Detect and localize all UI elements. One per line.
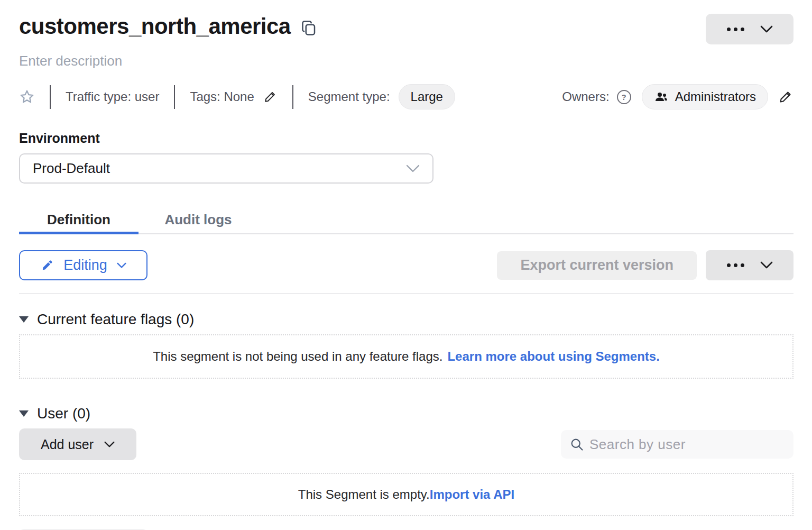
chevron-down-icon [117, 262, 126, 269]
divider [174, 85, 175, 109]
collapse-triangle-icon [19, 316, 29, 323]
user-search-box [561, 430, 793, 459]
traffic-type-label: Traffic type: user [66, 89, 159, 104]
environment-select[interactable]: Prod-Default [19, 153, 433, 184]
environment-block: Environment Prod-Default [19, 131, 793, 184]
edit-tags-pencil-icon[interactable] [263, 89, 278, 104]
owners-help-icon[interactable]: ? [617, 90, 631, 104]
people-icon [654, 90, 669, 103]
user-section-title: User (0) [37, 405, 90, 422]
segment-empty-state: This Segment is empty. Import via API [19, 473, 793, 516]
segment-empty-text: This Segment is empty. [298, 487, 430, 502]
feature-flags-empty-text: This segment is not being used in any fe… [153, 349, 442, 364]
learn-more-link[interactable]: Learn more about using Segments. [447, 349, 659, 364]
edit-owners-pencil-icon[interactable] [778, 89, 793, 105]
chevron-down-icon [760, 261, 773, 269]
environment-selected-value: Prod-Default [33, 160, 110, 177]
owners-group: Owners: ? Administrators [562, 84, 793, 109]
header-more-button[interactable] [706, 14, 793, 44]
search-icon [569, 437, 584, 452]
editing-label: Editing [63, 257, 107, 273]
toolbar: Editing Export current version [19, 250, 793, 280]
toolbar-more-button[interactable] [706, 250, 793, 280]
tab-bar: Definition Audit logs [19, 206, 793, 234]
export-current-version-button[interactable]: Export current version [497, 251, 697, 280]
tab-definition[interactable]: Definition [19, 206, 139, 233]
feature-flags-empty-state: This segment is not being used in any fe… [19, 334, 793, 379]
chevron-down-icon [104, 441, 115, 448]
pencil-icon [40, 259, 54, 272]
chevron-down-icon [760, 25, 773, 33]
import-via-api-link[interactable]: Import via API [430, 487, 514, 502]
environment-label: Environment [19, 131, 793, 146]
user-controls-row: Add user [19, 428, 793, 460]
segment-detail-page: customers_north_america Enter descriptio… [0, 0, 812, 530]
chevron-down-icon [406, 165, 420, 173]
divider [292, 85, 293, 109]
page-header: customers_north_america [19, 14, 793, 44]
feature-flags-section-header[interactable]: Current feature flags (0) [19, 311, 194, 328]
add-user-label: Add user [41, 437, 94, 452]
collapse-triangle-icon [19, 410, 29, 417]
ellipsis-icon [727, 28, 744, 31]
description-placeholder[interactable]: Enter description [19, 53, 122, 69]
segment-type-badge[interactable]: Large [399, 84, 455, 109]
divider [50, 85, 51, 109]
favorite-star-icon[interactable] [19, 89, 35, 105]
copy-icon[interactable] [301, 19, 317, 37]
ellipsis-icon [727, 263, 744, 267]
page-title: customers_north_america [19, 14, 291, 39]
add-user-button[interactable]: Add user [19, 428, 136, 460]
owners-value: Administrators [675, 89, 756, 104]
editing-mode-button[interactable]: Editing [19, 250, 147, 280]
owners-label: Owners: [562, 89, 609, 104]
segment-type-label: Segment type: [308, 89, 390, 104]
user-section-header[interactable]: User (0) [19, 405, 90, 422]
meta-row: Traffic type: user Tags: None Segment ty… [19, 84, 793, 109]
divider [19, 293, 793, 294]
feature-flags-section-title: Current feature flags (0) [37, 311, 194, 328]
tags-label: Tags: None [190, 89, 254, 104]
title-wrap: customers_north_america [19, 14, 317, 39]
search-by-user-input[interactable] [589, 436, 785, 453]
owners-badge[interactable]: Administrators [642, 84, 768, 109]
tab-audit-logs[interactable]: Audit logs [139, 206, 258, 233]
